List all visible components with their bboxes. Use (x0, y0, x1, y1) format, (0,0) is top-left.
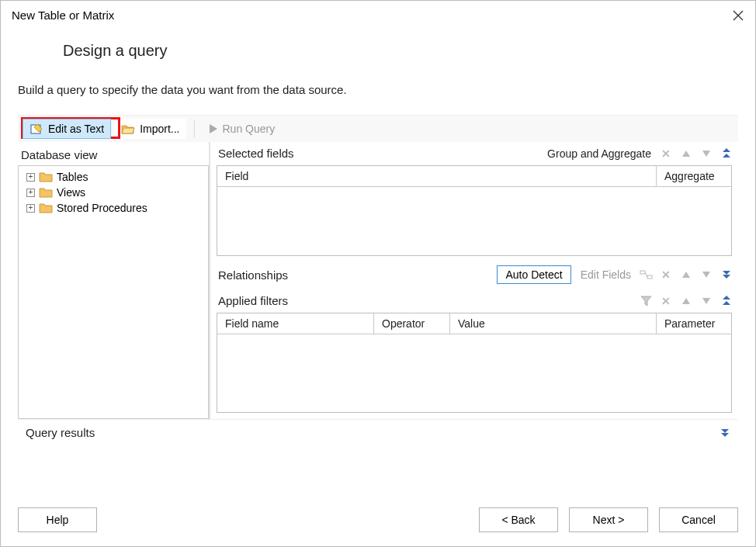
window-title: New Table or Matrix (12, 9, 114, 22)
edit-as-text-button[interactable]: Edit as Text (23, 119, 111, 139)
x-icon: ✕ (661, 268, 671, 281)
column-field: Field (217, 166, 657, 186)
expand-results-button[interactable] (720, 428, 730, 438)
folder-open-icon (121, 123, 135, 135)
column-field-name: Field name (217, 313, 374, 334)
auto-detect-button[interactable]: Auto Detect (497, 265, 570, 284)
folder-icon (39, 171, 53, 182)
svg-rect-1 (640, 271, 645, 274)
run-query-label: Run Query (222, 123, 275, 135)
edit-fields-button[interactable]: Edit Fields (581, 268, 631, 281)
delete-filter-button[interactable]: ✕ (661, 296, 671, 306)
x-icon: ✕ (661, 147, 671, 160)
expand-icon[interactable]: + (26, 173, 35, 182)
x-icon: ✕ (661, 295, 671, 307)
arrow-down-icon (702, 151, 710, 157)
delete-rel-button[interactable]: ✕ (661, 269, 671, 280)
play-icon (210, 124, 217, 133)
column-aggregate: Aggregate (657, 166, 731, 186)
edit-as-text-label: Edit as Text (48, 123, 104, 135)
close-icon (733, 10, 744, 21)
import-button[interactable]: Import... (114, 119, 186, 139)
applied-filters-body (217, 334, 731, 412)
chevron-down-icon (723, 271, 730, 279)
query-results-section[interactable]: Query results (18, 419, 738, 445)
database-view-panel: Database view + Tables + Views + Stored … (18, 142, 210, 419)
database-tree[interactable]: + Tables + Views + Stored Procedures (18, 165, 209, 419)
tree-item-label: Views (57, 186, 85, 199)
back-button[interactable]: < Back (479, 507, 558, 532)
arrow-up-icon (682, 298, 690, 304)
database-view-title: Database view (18, 147, 209, 164)
svg-rect-2 (647, 275, 652, 279)
page-title: Design a query (1, 28, 755, 68)
run-query-button: Run Query (203, 119, 282, 139)
page-subtitle: Build a query to specify the data you wa… (1, 68, 755, 115)
filter-icon (640, 296, 652, 306)
design-area: Edit as Text Import... Run Query Databas… (18, 115, 738, 419)
selected-fields-body (217, 187, 731, 255)
move-down-rel-button[interactable] (701, 269, 712, 280)
tree-item-tables[interactable]: + Tables (19, 169, 208, 185)
expand-icon[interactable]: + (26, 189, 35, 197)
arrow-up-icon (682, 272, 690, 278)
folder-icon (39, 187, 53, 198)
relationships-title: Relationships (218, 268, 288, 282)
tree-item-views[interactable]: + Views (19, 185, 208, 200)
tree-item-label: Tables (57, 171, 88, 183)
column-operator: Operator (374, 313, 450, 334)
column-value: Value (450, 313, 657, 334)
folder-icon (39, 203, 53, 213)
move-down-button[interactable] (701, 148, 712, 159)
link-icon (640, 269, 653, 280)
toolbar-separator (194, 120, 195, 137)
selected-fields-title: Selected fields (218, 147, 294, 160)
delete-field-button[interactable]: ✕ (661, 148, 671, 159)
applied-filters-grid[interactable]: Field name Operator Value Parameter (217, 313, 732, 413)
edit-text-icon (29, 123, 43, 135)
arrow-down-icon (702, 272, 710, 278)
chevron-up-icon (723, 296, 730, 306)
cancel-button[interactable]: Cancel (659, 507, 738, 532)
selected-fields-grid[interactable]: Field Aggregate (217, 165, 732, 256)
filter-button[interactable] (640, 296, 651, 306)
query-toolbar: Edit as Text Import... Run Query (18, 116, 738, 142)
right-pane: Selected fields Group and Aggregate ✕ Fi… (210, 142, 738, 419)
close-button[interactable] (732, 9, 744, 22)
move-up-button[interactable] (681, 148, 692, 159)
collapse-filter-button[interactable] (721, 296, 732, 306)
next-button[interactable]: Next > (569, 507, 648, 532)
query-results-title: Query results (26, 426, 95, 439)
link-icon-button[interactable] (640, 269, 651, 280)
help-button[interactable]: Help (18, 507, 97, 532)
dialog-footer: Help < Back Next > Cancel (1, 497, 755, 546)
column-parameter: Parameter (657, 313, 731, 334)
move-down-filter-button[interactable] (701, 296, 712, 306)
arrow-up-icon (682, 151, 690, 157)
move-up-filter-button[interactable] (681, 296, 692, 306)
chevron-up-icon (723, 148, 730, 159)
expand-icon[interactable]: + (26, 204, 35, 213)
applied-filters-title: Applied filters (218, 294, 288, 307)
arrow-down-icon (702, 298, 710, 304)
group-aggregate-button[interactable]: Group and Aggregate (547, 147, 651, 160)
chevron-down-icon (721, 429, 729, 437)
import-label: Import... (140, 123, 179, 135)
expand-rel-button[interactable] (721, 269, 732, 280)
tree-item-label: Stored Procedures (57, 202, 147, 214)
collapse-button[interactable] (721, 148, 732, 159)
tree-item-stored-procedures[interactable]: + Stored Procedures (19, 200, 208, 216)
move-up-rel-button[interactable] (681, 269, 692, 280)
